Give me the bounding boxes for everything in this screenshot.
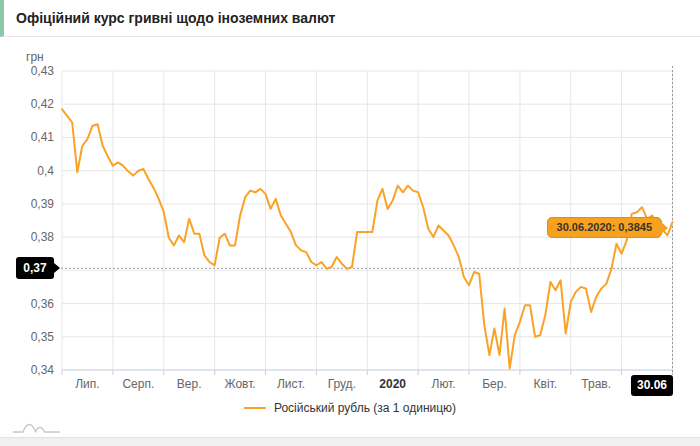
legend-label: Російський рубль (за 1 одиницю) xyxy=(274,401,456,415)
legend-line-icon xyxy=(244,407,266,409)
x-axis-label: Трав. xyxy=(566,377,626,391)
crosshair-y-badge: 0,37 xyxy=(16,257,54,279)
legend-item-rub[interactable]: Російський рубль (за 1 одиницю) xyxy=(0,401,700,415)
bottom-divider-band xyxy=(0,437,700,446)
y-axis-label: 0,4 xyxy=(0,164,54,178)
y-axis-label: 0,39 xyxy=(0,197,54,211)
crosshair-x-value: 30.06 xyxy=(637,378,667,392)
y-axis-label: 0,34 xyxy=(0,363,54,377)
y-axis-label: 0,43 xyxy=(0,64,54,78)
mini-chart-icon xyxy=(12,419,64,435)
y-axis-label: 0,38 xyxy=(0,230,54,244)
crosshair-x-badge: 30.06 xyxy=(631,375,673,396)
tooltip-text: 30.06.2020: 0,3845 xyxy=(557,221,652,233)
y-axis-label: 0,42 xyxy=(0,97,54,111)
y-axis-label: 0,41 xyxy=(0,130,54,144)
y-axis-label: 0,35 xyxy=(0,330,54,344)
y-axis-label: 0,36 xyxy=(0,297,54,311)
tooltip-pointer-icon xyxy=(661,222,668,234)
y-axis-title: грн xyxy=(26,50,44,64)
crosshair-y-value: 0,37 xyxy=(23,261,46,275)
badge-pointer-icon xyxy=(54,263,60,273)
exchange-rate-widget: Офіційний курс гривні щодо іноземних вал… xyxy=(0,0,700,446)
chart-tooltip: 30.06.2020: 0,3845 xyxy=(547,217,662,238)
